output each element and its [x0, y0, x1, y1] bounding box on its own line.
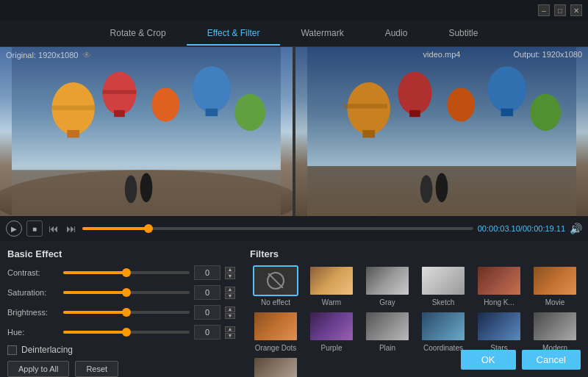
tab-effect-filter[interactable]: Effect & Filter — [187, 22, 281, 46]
svg-point-10 — [234, 94, 265, 131]
filter-item-gray[interactable]: Gray — [362, 265, 413, 306]
filter-item-movie[interactable]: Movie — [529, 265, 581, 306]
stop-button[interactable]: ■ — [26, 220, 43, 237]
progress-thumb[interactable] — [144, 224, 153, 233]
brightness-down[interactable]: ▼ — [225, 313, 235, 319]
svg-point-25 — [420, 176, 433, 204]
filter-thumb-warm[interactable] — [309, 265, 354, 296]
saturation-down[interactable]: ▼ — [225, 293, 235, 299]
filter-item-purple[interactable]: Purple — [306, 311, 357, 352]
filter-thumb-orange-dots[interactable] — [253, 311, 298, 342]
skip-back-button[interactable]: ⏮ — [47, 223, 60, 234]
eye-icon[interactable]: 👁 — [82, 50, 91, 60]
hue-up[interactable]: ▲ — [225, 326, 235, 332]
filter-thumb-gray[interactable] — [365, 265, 410, 296]
output-scene-svg — [295, 47, 588, 216]
video-filename: video.mp4 — [423, 50, 461, 59]
output-video-scene — [295, 47, 588, 216]
filter-thumb-hong-kong[interactable] — [476, 265, 522, 296]
saturation-value: 0 — [194, 285, 220, 300]
contrast-value: 0 — [194, 265, 220, 280]
filter-thumb-modern[interactable] — [532, 311, 578, 342]
filter-thumb-purple[interactable] — [309, 311, 354, 342]
saturation-up[interactable]: ▲ — [225, 287, 235, 292]
contrast-down[interactable]: ▼ — [225, 273, 235, 279]
svg-point-8 — [193, 66, 231, 112]
action-buttons: Apply to All Reset — [7, 361, 235, 377]
original-video-panel: Original: 1920x1080 👁 — [0, 47, 293, 216]
original-video-scene — [0, 47, 293, 216]
filter-label-gray: Gray — [379, 298, 395, 306]
saturation-slider[interactable] — [63, 291, 190, 294]
hue-spinner[interactable]: ▲ ▼ — [225, 326, 235, 339]
svg-rect-9 — [206, 109, 218, 116]
filter-thumb-plain[interactable] — [365, 311, 410, 342]
svg-point-24 — [530, 94, 561, 131]
filter-label-no-effect: No effect — [261, 298, 290, 306]
skip-forward-button[interactable]: ⏭ — [65, 223, 78, 234]
filter-item-warm[interactable]: Warm — [306, 265, 357, 306]
svg-point-22 — [488, 66, 526, 112]
contrast-slider[interactable] — [63, 271, 190, 274]
filter-item-orange-dots[interactable]: Orange Dots — [250, 311, 301, 352]
svg-rect-4 — [67, 130, 79, 137]
brightness-row: Brightness: 0 ▲ ▼ — [7, 305, 235, 320]
brightness-up[interactable]: ▲ — [225, 306, 235, 312]
svg-point-21 — [447, 87, 475, 121]
contrast-row: Contrast: 0 ▲ ▼ — [7, 265, 235, 280]
filter-item-modern[interactable]: Modern — [529, 311, 581, 352]
filter-label-orange-dots: Orange Dots — [255, 344, 297, 352]
filter-thumb-stars[interactable] — [476, 311, 522, 342]
saturation-row: Saturation: 0 ▲ ▼ — [7, 285, 235, 300]
filter-label-coordinates: Coordinates — [423, 344, 463, 352]
filter-item-stars[interactable]: Stars — [473, 311, 525, 352]
filter-item-hong-kong[interactable]: Hong K... — [473, 265, 525, 306]
filter-item-plain[interactable]: Plain — [362, 311, 413, 352]
close-button[interactable]: ✕ — [570, 4, 582, 16]
minimize-button[interactable]: – — [538, 4, 550, 16]
cancel-button[interactable]: Cancel — [522, 350, 581, 370]
saturation-spinner[interactable]: ▲ ▼ — [225, 287, 235, 299]
tab-rotate-crop[interactable]: Rotate & Crop — [90, 22, 187, 46]
brightness-spinner[interactable]: ▲ ▼ — [225, 306, 235, 319]
ok-button[interactable]: OK — [461, 350, 516, 370]
filter-thumb-no-effect[interactable] — [253, 265, 298, 296]
svg-rect-14 — [102, 90, 136, 94]
saturation-label: Saturation: — [7, 288, 59, 297]
filter-thumb-sketch[interactable] — [420, 265, 466, 296]
maximize-button[interactable]: □ — [554, 4, 566, 16]
filter-thumb-pixelate[interactable] — [253, 356, 298, 377]
hue-value: 0 — [194, 325, 220, 340]
svg-point-26 — [436, 173, 448, 202]
controls-bar: ▶ ■ ⏮ ⏭ 00:00:03.10/00:00:19.11 🔊 — [0, 216, 588, 241]
output-label: Output: 1920x1080 — [513, 50, 582, 59]
brightness-slider[interactable] — [63, 311, 190, 314]
tab-subtitle[interactable]: Subtitle — [428, 22, 498, 46]
progress-bar[interactable] — [82, 227, 473, 230]
hue-label: Hue: — [7, 328, 59, 337]
reset-button[interactable]: Reset — [75, 361, 118, 377]
filter-label-movie: Movie — [545, 298, 565, 306]
filter-item-no-effect[interactable]: No effect — [250, 265, 301, 306]
filters-title: Filters — [250, 248, 581, 259]
tab-audio[interactable]: Audio — [365, 22, 429, 46]
filter-label-sketch: Sketch — [432, 298, 455, 306]
filter-thumb-movie[interactable] — [532, 265, 578, 296]
filter-item-coordinates[interactable]: Coordinates — [417, 311, 469, 352]
hue-slider[interactable] — [63, 331, 190, 334]
volume-icon[interactable]: 🔊 — [570, 223, 582, 234]
svg-point-19 — [398, 71, 431, 115]
apply-to-all-button[interactable]: Apply to All — [7, 361, 69, 377]
contrast-spinner[interactable]: ▲ ▼ — [225, 267, 235, 279]
contrast-up[interactable]: ▲ — [225, 267, 235, 273]
original-label: Original: 1920x1080 👁 — [6, 50, 91, 60]
filter-item-sketch[interactable]: Sketch — [417, 265, 469, 306]
filter-item-pixelate[interactable]: Pixelate — [250, 356, 301, 377]
play-button[interactable]: ▶ — [6, 220, 22, 237]
deinterlacing-checkbox[interactable] — [7, 345, 17, 355]
hue-down[interactable]: ▼ — [225, 333, 235, 339]
contrast-label: Contrast: — [7, 268, 59, 277]
filter-thumb-coordinates[interactable] — [420, 311, 466, 342]
deinterlacing-row: Deinterlacing — [7, 345, 235, 355]
tab-watermark[interactable]: Watermark — [280, 22, 364, 46]
